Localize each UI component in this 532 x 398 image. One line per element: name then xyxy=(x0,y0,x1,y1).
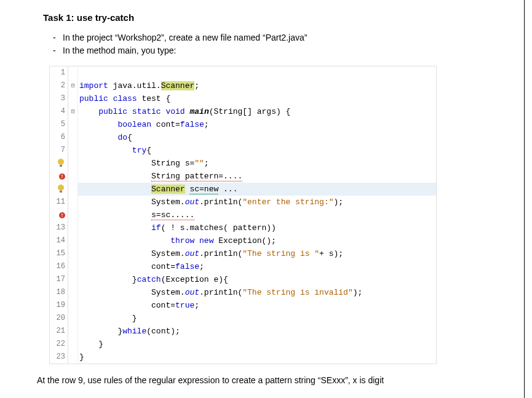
gutter: 2 xyxy=(50,79,68,92)
gutter: 4 xyxy=(50,105,68,118)
code-content: } xyxy=(78,338,436,351)
code-content: public class test { xyxy=(78,92,436,105)
lightbulb-icon xyxy=(58,185,64,191)
task-heading: Task 1: use try-catch xyxy=(43,12,507,23)
code-content: Scanner sc=new ... xyxy=(78,183,436,196)
fold-gutter xyxy=(68,325,78,338)
gutter: 20 xyxy=(50,312,68,325)
gutter: 15 xyxy=(50,247,68,260)
fold-gutter[interactable]: ⊟ xyxy=(68,105,78,118)
code-line: 14 throw new Exception(); xyxy=(50,234,436,247)
fold-gutter xyxy=(68,312,78,325)
gutter xyxy=(50,183,68,196)
fold-gutter xyxy=(68,234,78,247)
code-line: ! String pattern=.... xyxy=(50,170,436,183)
gutter: 17 xyxy=(50,273,68,286)
code-content: if( ! s.matches( pattern)) xyxy=(78,221,436,234)
fold-gutter xyxy=(68,209,78,221)
gutter xyxy=(50,157,68,170)
instruction-item: In the project “Workshop2”, create a new… xyxy=(63,31,507,44)
fold-gutter xyxy=(68,118,78,131)
code-content: cont=false; xyxy=(78,260,436,273)
code-line: ! s=sc..... xyxy=(50,209,436,221)
code-content: System.out.println("enter the string:"); xyxy=(78,196,436,209)
code-content: } xyxy=(78,312,436,325)
code-line: 22 } xyxy=(50,338,436,351)
code-line: 17 }catch(Exception e){ xyxy=(50,273,436,286)
code-content: boolean cont=false; xyxy=(78,118,436,131)
code-content: }catch(Exception e){ xyxy=(78,273,436,286)
footer-instruction: At the row 9, use rules of the regular e… xyxy=(37,375,507,385)
code-content: System.out.println("The string is "+ s); xyxy=(78,247,436,260)
fold-gutter xyxy=(68,144,78,157)
code-line: 18 System.out.println("The string is inv… xyxy=(50,286,436,299)
code-line: 7 try{ xyxy=(50,144,436,157)
fold-gutter xyxy=(68,221,78,234)
code-content: }while(cont); xyxy=(78,325,436,338)
code-line: 16 cont=false; xyxy=(50,260,436,273)
code-line: 2⊟import java.util.Scanner; xyxy=(50,79,436,92)
gutter: 21 xyxy=(50,325,68,338)
instruction-list: In the project “Workshop2”, create a new… xyxy=(63,31,507,57)
code-line: 11 System.out.println("enter the string:… xyxy=(50,196,436,209)
gutter: 3 xyxy=(50,92,68,105)
fold-gutter xyxy=(68,196,78,209)
fold-gutter[interactable]: ⊟ xyxy=(68,79,78,92)
code-line: 19 cont=true; xyxy=(50,299,436,312)
gutter: 6 xyxy=(50,131,68,144)
gutter: 19 xyxy=(50,299,68,312)
code-line: 21 }while(cont); xyxy=(50,325,436,338)
code-content: System.out.println("The string is invali… xyxy=(78,286,436,299)
gutter: 13 xyxy=(50,221,68,234)
code-line: 4⊟ public static void main(String[] args… xyxy=(50,105,436,118)
code-content: String pattern=.... xyxy=(78,170,436,183)
fold-gutter xyxy=(68,66,78,79)
code-content: try{ xyxy=(78,144,436,157)
code-content: String s=""; xyxy=(78,157,436,170)
fold-gutter xyxy=(68,338,78,351)
code-content: do{ xyxy=(78,131,436,144)
fold-gutter xyxy=(68,351,78,364)
gutter: 14 xyxy=(50,234,68,247)
code-line: 3public class test { xyxy=(50,92,436,105)
gutter: ! xyxy=(50,170,68,183)
code-content: } xyxy=(78,351,436,364)
lightbulb-icon xyxy=(58,159,64,165)
error-icon: ! xyxy=(59,212,65,218)
gutter: 22 xyxy=(50,338,68,351)
instruction-item: In the method main, you type: xyxy=(63,44,507,57)
fold-gutter xyxy=(68,183,78,196)
fold-gutter xyxy=(68,273,78,286)
code-content xyxy=(78,66,436,79)
gutter: 23 xyxy=(50,351,68,364)
fold-gutter xyxy=(68,170,78,183)
gutter: 11 xyxy=(50,196,68,209)
code-line: String s=""; xyxy=(50,157,436,170)
code-line: 15 System.out.println("The string is "+ … xyxy=(50,247,436,260)
error-icon: ! xyxy=(59,173,65,180)
code-line: 23} xyxy=(50,351,436,364)
code-content: throw new Exception(); xyxy=(78,234,436,247)
fold-gutter xyxy=(68,260,78,273)
gutter: 5 xyxy=(50,118,68,131)
gutter: 7 xyxy=(50,144,68,157)
fold-gutter xyxy=(68,286,78,299)
code-content: cont=true; xyxy=(78,299,436,312)
fold-gutter xyxy=(68,247,78,260)
code-line: 5 boolean cont=false; xyxy=(50,118,436,131)
code-content: s=sc..... xyxy=(78,209,436,221)
code-line: 6 do{ xyxy=(50,131,436,144)
code-line: 20 } xyxy=(50,312,436,325)
code-content: public static void main(String[] args) { xyxy=(78,105,436,118)
code-content: import java.util.Scanner; xyxy=(78,79,436,92)
gutter: 1 xyxy=(50,66,68,79)
code-line: 13 if( ! s.matches( pattern)) xyxy=(50,221,436,234)
fold-gutter xyxy=(68,131,78,144)
page-right-border xyxy=(524,0,525,397)
gutter: ! xyxy=(50,209,68,221)
fold-gutter xyxy=(68,157,78,170)
fold-gutter xyxy=(68,92,78,105)
code-line: 1 xyxy=(50,66,436,79)
fold-gutter xyxy=(68,299,78,312)
code-editor: 12⊟import java.util.Scanner;3public clas… xyxy=(49,66,437,364)
